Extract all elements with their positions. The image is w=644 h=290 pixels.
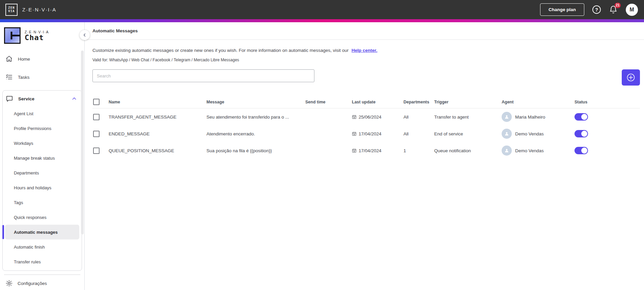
help-center-link[interactable]: Help center. [352, 48, 377, 53]
sidebar-item-service[interactable]: Service [3, 91, 82, 106]
cell-name: ENDED_MESSAGE [109, 131, 206, 136]
status-toggle[interactable] [575, 113, 588, 121]
brand-gradient-bar [0, 19, 644, 22]
sidebar-group-label: Service [18, 96, 34, 101]
status-toggle[interactable] [575, 130, 588, 137]
topbar: ZEN VIA Z·E·N·V·I·A Change plan ? 21 M [0, 0, 644, 19]
column-header-last-update: Last update [352, 100, 403, 104]
sidebar-service-group: Service Agent List Profile Permissions W… [2, 90, 82, 271]
sidebar-item-label: Manage break status [14, 156, 55, 161]
sidebar-item-settings[interactable]: Configurações [0, 275, 84, 290]
sidebar-item-label: Automatic messages [14, 230, 58, 235]
selected-item-accent-bar [2, 225, 4, 239]
cell-name: TRANSFER_AGENT_MESSAGE [109, 115, 206, 120]
column-header-trigger: Trigger [434, 100, 502, 104]
table-row: TRANSFER_AGENT_MESSAGE Seu atendimento f… [92, 108, 640, 125]
last-update-text: 17/04/2024 [359, 148, 382, 153]
sidebar-item-departments[interactable]: Departments [5, 165, 79, 180]
sidebar-item-label: Configurações [18, 281, 47, 286]
cell-agent: Demo Vendas [502, 146, 575, 156]
sidebar-item-tags[interactable]: Tags [5, 195, 79, 210]
sidebar-item-workdays[interactable]: Workdays [5, 136, 79, 151]
agent-name: Maria Malheiro [515, 115, 545, 120]
plus-circle-icon [626, 73, 635, 82]
cell-departments: 1 [403, 148, 434, 153]
chat-bubble-icon [6, 95, 13, 102]
user-avatar-icon [504, 148, 509, 153]
sidebar-item-home[interactable]: Home [0, 51, 84, 67]
cell-name: QUEUE_POSITION_MESSAGE [109, 148, 206, 153]
help-icon[interactable]: ? [592, 5, 601, 14]
calendar-icon [352, 115, 357, 119]
valid-for-text: Valid for: WhatsApp / Web Chat / Faceboo… [92, 58, 640, 62]
sidebar-item-tasks[interactable]: Tasks [0, 69, 84, 85]
add-message-button[interactable] [622, 69, 640, 86]
cell-last-update: 25/06/2024 [352, 115, 403, 120]
row-checkbox[interactable] [93, 114, 100, 120]
status-toggle[interactable] [575, 147, 588, 154]
topbar-actions: Change plan ? 21 M [540, 3, 638, 16]
messages-table: Name Message Send time Last update Depar… [92, 96, 640, 159]
sidebar-item-automatic-finish[interactable]: Automatic finish [5, 239, 79, 254]
cell-last-update: 17/04/2024 [352, 131, 403, 136]
sidebar-item-label: Quick responses [14, 215, 47, 220]
sidebar: Z·E·N·V·I·A Chat Home Tasks [0, 22, 85, 290]
main-content: Automatic Messages Customize existing au… [85, 22, 644, 290]
column-header-departments: Departments [403, 100, 434, 104]
sidebar-item-hours-and-holidays[interactable]: Hours and holidays [5, 180, 79, 195]
sidebar-item-label: Tasks [18, 75, 30, 80]
sidebar-item-label: Profile Permissions [14, 126, 51, 131]
product-logo-text: Z·E·N·V·I·A Chat [25, 30, 49, 41]
cell-last-update: 17/04/2024 [352, 148, 403, 153]
toggle-knob [581, 131, 587, 137]
notifications-button[interactable]: 21 [609, 5, 618, 14]
change-plan-button[interactable]: Change plan [540, 3, 584, 16]
cell-message: Atendimento encerrado. [206, 131, 305, 136]
agent-name: Demo Vendas [515, 148, 544, 153]
sidebar-item-label: Transfer rules [14, 259, 41, 264]
sidebar-item-agent-list[interactable]: Agent List [5, 106, 79, 121]
table-row: ENDED_MESSAGE Atendimento encerrado. 17/… [92, 125, 640, 142]
cell-agent: Demo Vendas [502, 129, 575, 139]
page-header: Automatic Messages [85, 22, 644, 40]
last-update-text: 25/06/2024 [359, 115, 382, 120]
cell-trigger: End of service [434, 131, 502, 136]
agent-avatar [502, 129, 512, 139]
row-checkbox[interactable] [93, 148, 100, 154]
home-icon [5, 55, 13, 63]
sidebar-item-label: Workdays [14, 141, 33, 146]
logo-product-text: Chat [25, 34, 49, 41]
sidebar-item-quick-responses[interactable]: Quick responses [5, 210, 79, 225]
zenvia-logo-text-2: VIA [8, 10, 15, 13]
column-header-name: Name [109, 100, 206, 104]
agent-avatar [502, 112, 512, 122]
chat-product-logo [4, 27, 21, 44]
cell-trigger: Transfer to agent [434, 115, 502, 120]
sidebar-item-manage-break-status[interactable]: Manage break status [5, 151, 79, 165]
chevron-left-icon [82, 33, 87, 37]
sidebar-item-label: Tags [14, 200, 23, 205]
cell-departments: All [403, 115, 434, 120]
sidebar-item-label: Home [18, 57, 30, 62]
select-all-checkbox[interactable] [93, 99, 100, 105]
tasks-icon [5, 73, 13, 81]
column-header-agent: Agent [502, 100, 575, 104]
notification-count-badge: 21 [615, 3, 621, 8]
user-avatar[interactable]: M [626, 4, 638, 16]
cell-message: Seu atendimento foi transferido para o .… [206, 115, 305, 120]
toolbar [92, 69, 640, 86]
chevron-up-icon[interactable] [72, 96, 77, 101]
cell-agent: Maria Malheiro [502, 112, 575, 122]
search-input[interactable] [92, 69, 314, 82]
column-header-message: Message [206, 100, 305, 104]
page-body: Customize existing automatic messages or… [85, 40, 644, 159]
zenvia-logo-icon: ZEN VIA [5, 4, 18, 16]
sidebar-item-automatic-messages[interactable]: Automatic messages [5, 225, 79, 239]
sidebar-scrollbar-thumb[interactable] [81, 51, 84, 234]
collapse-sidebar-button[interactable] [80, 30, 90, 40]
row-checkbox[interactable] [93, 131, 100, 137]
sidebar-item-profile-permissions[interactable]: Profile Permissions [5, 121, 79, 136]
sidebar-item-transfer-rules[interactable]: Transfer rules [5, 254, 79, 269]
page-title: Automatic Messages [92, 28, 138, 33]
user-avatar-icon [504, 131, 509, 136]
